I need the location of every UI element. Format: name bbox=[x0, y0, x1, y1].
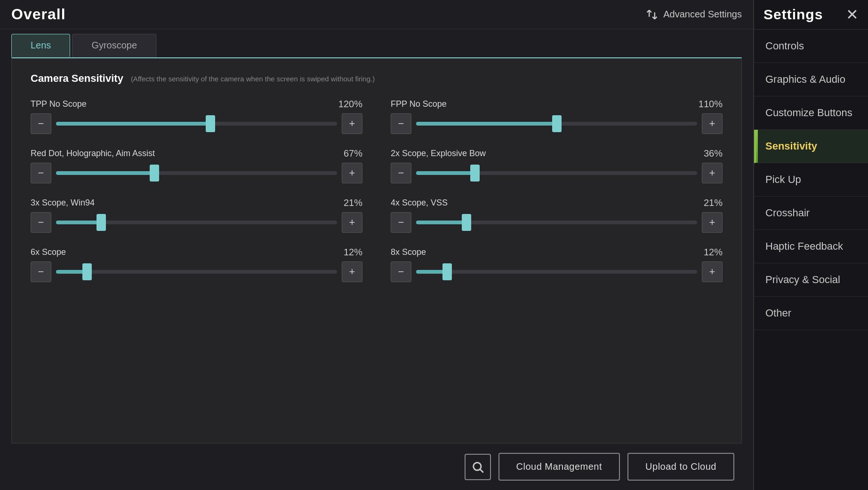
svg-point-0 bbox=[473, 462, 481, 470]
header: Overall Advanced Settings bbox=[0, 0, 753, 29]
slider-2x-scope: 2x Scope, Explosive Bow 36% − + bbox=[391, 148, 723, 183]
slider-6x-scope: 6x Scope 12% − + bbox=[31, 247, 362, 282]
red-dot-minus[interactable]: − bbox=[31, 163, 51, 183]
tab-lens[interactable]: Lens bbox=[11, 34, 70, 57]
8x-scope-plus[interactable]: + bbox=[702, 261, 723, 282]
6x-scope-minus[interactable]: − bbox=[31, 261, 51, 282]
search-icon bbox=[471, 460, 484, 474]
bottom-bar: Cloud Management Upload to Cloud bbox=[0, 443, 753, 490]
slider-red-dot: Red Dot, Holographic, Aim Assist 67% − + bbox=[31, 148, 362, 183]
upload-to-cloud-button[interactable]: Upload to Cloud bbox=[627, 453, 734, 481]
slider-8x-scope: 8x Scope 12% − + bbox=[391, 247, 723, 282]
red-dot-plus[interactable]: + bbox=[342, 163, 362, 183]
page-title: Overall bbox=[11, 6, 66, 23]
tab-gyroscope[interactable]: Gyroscope bbox=[72, 34, 156, 57]
sidebar-item-haptic-feedback[interactable]: Haptic Feedback bbox=[754, 230, 868, 263]
2x-scope-minus[interactable]: − bbox=[391, 163, 411, 183]
slider-fpp-no-scope: FPP No Scope 110% − + bbox=[391, 99, 723, 134]
sidebar-item-graphics-audio[interactable]: Graphics & Audio bbox=[754, 63, 868, 96]
close-button[interactable]: ✕ bbox=[846, 7, 859, 22]
tab-bar: Lens Gyroscope bbox=[0, 29, 753, 57]
sensitivity-grid: TPP No Scope 120% − + FP bbox=[31, 99, 723, 282]
cloud-management-button[interactable]: Cloud Management bbox=[498, 453, 620, 481]
tpp-no-scope-plus[interactable]: + bbox=[342, 113, 362, 134]
main-content: Overall Advanced Settings Lens Gyroscope… bbox=[0, 0, 753, 490]
swap-icon bbox=[645, 8, 659, 21]
slider-4x-scope: 4x Scope, VSS 21% − + bbox=[391, 198, 723, 233]
sidebar-item-controls[interactable]: Controls bbox=[754, 30, 868, 63]
slider-tpp-no-scope: TPP No Scope 120% − + bbox=[31, 99, 362, 134]
sidebar-header: Settings ✕ bbox=[754, 0, 868, 30]
6x-scope-plus[interactable]: + bbox=[342, 261, 362, 282]
section-title: Camera Sensitivity (Affects the sensitiv… bbox=[31, 72, 723, 85]
tpp-no-scope-minus[interactable]: − bbox=[31, 113, 51, 134]
advanced-settings-label: Advanced Settings bbox=[663, 9, 742, 20]
sidebar-item-privacy-social[interactable]: Privacy & Social bbox=[754, 263, 868, 297]
fpp-no-scope-minus[interactable]: − bbox=[391, 113, 411, 134]
sidebar-item-sensitivity[interactable]: Sensitivity bbox=[754, 130, 868, 163]
sidebar-item-crosshair[interactable]: Crosshair bbox=[754, 197, 868, 230]
slider-3x-scope: 3x Scope, Win94 21% − + bbox=[31, 198, 362, 233]
3x-scope-plus[interactable]: + bbox=[342, 212, 362, 233]
sidebar: Settings ✕ Controls Graphics & Audio Cus… bbox=[753, 0, 868, 490]
4x-scope-minus[interactable]: − bbox=[391, 212, 411, 233]
advanced-settings-button[interactable]: Advanced Settings bbox=[645, 8, 742, 21]
svg-line-1 bbox=[480, 469, 483, 472]
8x-scope-minus[interactable]: − bbox=[391, 261, 411, 282]
2x-scope-plus[interactable]: + bbox=[702, 163, 723, 183]
3x-scope-minus[interactable]: − bbox=[31, 212, 51, 233]
fpp-no-scope-plus[interactable]: + bbox=[702, 113, 723, 134]
sidebar-item-pick-up[interactable]: Pick Up bbox=[754, 163, 868, 197]
sidebar-item-other[interactable]: Other bbox=[754, 297, 868, 330]
search-button[interactable] bbox=[465, 454, 491, 480]
sidebar-item-customize-buttons[interactable]: Customize Buttons bbox=[754, 96, 868, 130]
sidebar-title: Settings bbox=[764, 7, 823, 23]
4x-scope-plus[interactable]: + bbox=[702, 212, 723, 233]
content-area: Camera Sensitivity (Affects the sensitiv… bbox=[11, 57, 742, 443]
